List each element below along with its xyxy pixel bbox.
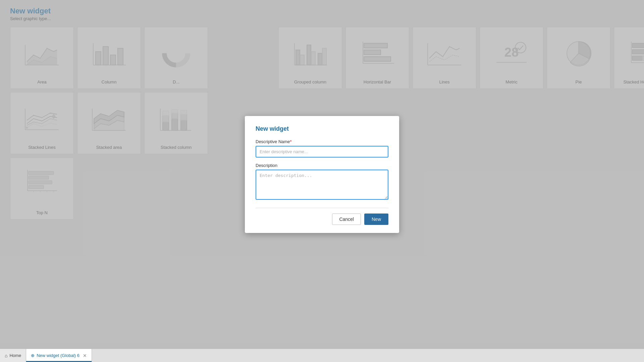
descriptive-name-label: Descriptive Name* [256,139,388,144]
home-icon: ⌂ [5,353,7,358]
globe-icon: ⊕ [31,353,35,358]
tab-close-button[interactable]: ✕ [83,353,87,358]
modal-backdrop: New widget Descriptive Name* Description… [0,0,644,349]
descriptive-name-input[interactable] [256,146,388,158]
cancel-button[interactable]: Cancel [332,214,361,225]
tab-bar: ⌂ Home ⊕ New widget (Global) 6 ✕ [0,349,644,362]
description-field-group: Description [256,163,388,201]
tab-new-widget-global-6[interactable]: ⊕ New widget (Global) 6 ✕ [26,349,92,362]
new-button[interactable]: New [364,214,388,225]
modal-actions: Cancel New [256,214,388,225]
tab-new-widget-label: New widget (Global) 6 [37,353,79,358]
descriptive-name-field-group: Descriptive Name* [256,139,388,158]
new-widget-modal: New widget Descriptive Name* Description… [245,116,399,233]
tab-home-label: Home [9,353,21,358]
tab-home[interactable]: ⌂ Home [0,349,26,362]
description-textarea[interactable] [256,170,388,200]
required-star: * [290,139,292,144]
modal-divider [256,208,388,208]
description-label: Description [256,163,388,168]
modal-title: New widget [256,125,388,132]
